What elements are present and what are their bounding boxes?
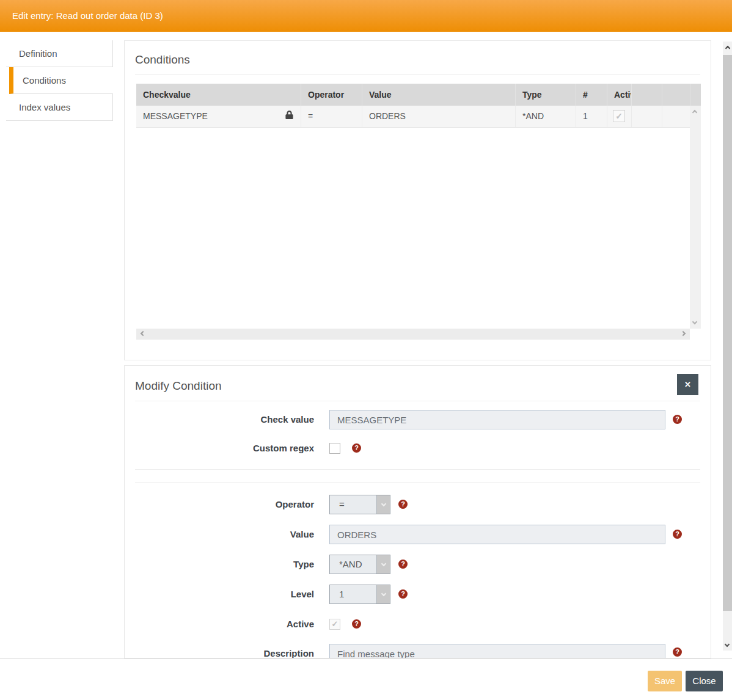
operator-select[interactable]: = [329, 495, 390, 514]
tab-conditions[interactable]: Conditions [9, 67, 113, 94]
operator-row: Operator = ? [135, 495, 700, 514]
cell-number: 1 [576, 106, 607, 127]
header-spacer-3 [690, 84, 701, 106]
tab-definition-label: Definition [19, 48, 57, 59]
active-checkbox-disabled: ✓ [329, 619, 340, 630]
help-icon[interactable]: ? [398, 589, 408, 599]
header-spacer-1 [631, 84, 662, 106]
description-input[interactable] [329, 644, 665, 658]
divider [135, 469, 700, 470]
header-active: Active [607, 84, 631, 106]
dialog-footer: Save Close [0, 658, 732, 700]
active-row: Active ✓ ? [135, 619, 700, 630]
close-icon: ✕ [684, 380, 691, 389]
cell-active: ✓ [607, 106, 631, 127]
help-icon[interactable]: ? [398, 500, 408, 509]
divider [135, 482, 700, 483]
check-value-label: Check value [135, 410, 314, 429]
type-select[interactable]: *AND [329, 555, 390, 574]
help-icon[interactable]: ? [673, 415, 682, 424]
operator-select-value: = [330, 495, 376, 514]
header-value: Value [362, 84, 515, 106]
active-checkbox-disabled: ✓ [613, 110, 625, 122]
help-icon[interactable]: ? [352, 443, 361, 453]
type-label: Type [135, 555, 314, 574]
cell-operator: = [301, 106, 362, 127]
close-button[interactable]: Close [686, 671, 723, 691]
modify-panel-title: Modify Condition [135, 379, 222, 393]
tab-conditions-label: Conditions [23, 75, 66, 86]
close-panel-button[interactable]: ✕ [677, 374, 698, 395]
check-icon: ✓ [615, 111, 623, 121]
cell-type: *AND [515, 106, 576, 127]
level-row: Level 1 ? [135, 585, 700, 604]
value-input[interactable] [329, 525, 665, 544]
dialog-titlebar: Edit entry: Read out order data (ID 3) [0, 0, 732, 32]
divider [135, 401, 700, 401]
page-scrollbar[interactable] [723, 32, 732, 651]
scrollbar-thumb[interactable] [723, 55, 732, 611]
tab-index-values-label: Index values [19, 102, 70, 112]
cell-checkvalue-text: MESSAGETYPE [143, 106, 208, 127]
save-button[interactable]: Save [648, 671, 682, 691]
check-value-input[interactable] [329, 410, 665, 429]
description-row: Description ? [135, 644, 700, 658]
dialog-content: Definition Conditions Index values Condi… [0, 32, 723, 658]
table-horizontal-scrollbar[interactable] [136, 329, 690, 340]
conditions-panel-title: Conditions [135, 53, 190, 67]
scroll-up-icon [725, 46, 730, 51]
active-label: Active [135, 619, 314, 630]
conditions-table-header: Checkvalue Operator Value Type # Active [136, 84, 701, 106]
check-value-row: Check value ? [135, 410, 700, 429]
description-label: Description [135, 644, 314, 658]
help-icon[interactable]: ? [398, 560, 408, 569]
chevron-down-icon [376, 495, 390, 514]
type-row: Type *AND ? [135, 555, 700, 574]
cell-spacer-2 [662, 106, 690, 127]
custom-regex-row: Custom regex ? [135, 443, 700, 454]
modify-condition-panel: Modify Condition ✕ Check value ? Custom … [124, 365, 711, 658]
conditions-table-body: MESSAGETYPE = ORDERS *AND 1 ✓ [136, 106, 701, 340]
level-select-value: 1 [330, 585, 376, 603]
cell-spacer-1 [631, 106, 662, 127]
scroll-down-icon[interactable] [692, 319, 697, 324]
conditions-table: Checkvalue Operator Value Type # Active … [136, 84, 701, 351]
value-label: Value [135, 525, 314, 544]
help-icon[interactable]: ? [352, 619, 361, 629]
level-select[interactable]: 1 [329, 585, 390, 604]
help-icon[interactable]: ? [673, 647, 682, 657]
scroll-left-icon[interactable] [141, 331, 145, 336]
scroll-up-button[interactable] [723, 42, 732, 55]
help-icon[interactable]: ? [673, 530, 682, 539]
tab-definition[interactable]: Definition [6, 40, 113, 67]
table-vertical-scrollbar[interactable] [690, 106, 701, 329]
header-checkvalue: Checkvalue [136, 84, 301, 106]
operator-label: Operator [135, 495, 314, 514]
cell-value: ORDERS [362, 106, 515, 127]
custom-regex-checkbox[interactable] [329, 443, 340, 454]
table-row[interactable]: MESSAGETYPE = ORDERS *AND 1 ✓ [136, 106, 690, 128]
scroll-up-icon[interactable] [692, 110, 697, 115]
value-row: Value ? [135, 525, 700, 544]
type-select-value: *AND [330, 555, 376, 574]
cell-checkvalue: MESSAGETYPE [136, 106, 301, 127]
conditions-panel: Conditions Checkvalue Operator Value Typ… [124, 40, 711, 360]
check-icon: ✓ [332, 619, 339, 629]
tab-index-values[interactable]: Index values [6, 94, 113, 121]
divider [135, 74, 700, 75]
lock-icon [285, 106, 293, 127]
header-operator: Operator [301, 84, 362, 106]
chevron-down-icon [376, 555, 390, 574]
dialog-title: Edit entry: Read out order data (ID 3) [12, 0, 163, 32]
sidebar-tabs: Definition Conditions Index values [6, 40, 113, 121]
header-spacer-2 [662, 84, 690, 106]
custom-regex-label: Custom regex [135, 443, 314, 454]
scroll-right-icon[interactable] [681, 331, 686, 336]
level-label: Level [135, 585, 314, 604]
chevron-down-icon [376, 585, 390, 603]
header-number: # [576, 84, 607, 106]
header-type: Type [515, 84, 576, 106]
